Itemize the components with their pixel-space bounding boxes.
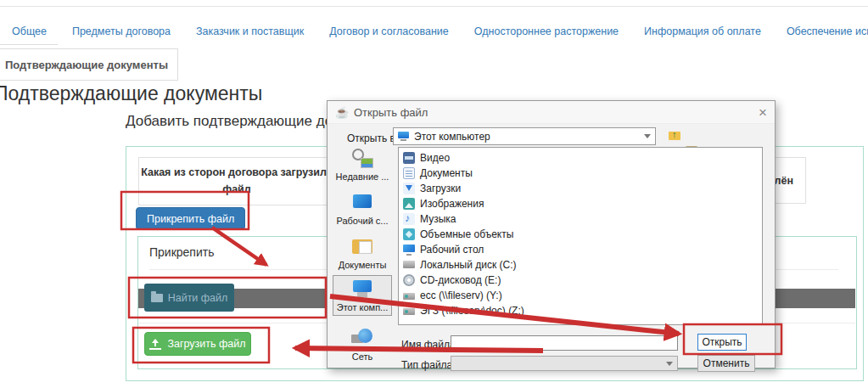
attach-file-button[interactable]: Прикрепить файл (136, 207, 245, 230)
document-icon (403, 167, 415, 179)
table-header-uploader-party: Какая из сторон договора загрузила файл (138, 157, 335, 205)
sidebar-label: Недавние ... (336, 172, 389, 182)
list-item-label: Локальный диск (C:) (420, 259, 517, 271)
list-item-label: Документы (420, 167, 473, 179)
list-item-label: Объемные объекты (420, 228, 513, 240)
file-name-label: Имя файла: (401, 339, 458, 351)
list-item-videos[interactable]: Видео (399, 150, 762, 166)
music-icon (403, 213, 415, 225)
upload-file-button[interactable]: Загрузить файл (144, 332, 251, 356)
folder-icon (151, 294, 163, 302)
list-item-downloads[interactable]: Загрузки (399, 181, 762, 196)
page-title: Подтверждающие документы (0, 82, 262, 105)
tab-general[interactable]: Общее (12, 25, 47, 37)
recent-icon (351, 148, 373, 168)
this-pc-icon (351, 278, 373, 299)
downloads-icon (403, 183, 415, 194)
list-item-label: Загрузки (420, 183, 461, 194)
sidebar-label: Сеть (352, 351, 372, 362)
list-item-label: ecc (\\fileserv) (Y:) (420, 290, 502, 301)
network-icon (351, 328, 373, 348)
upload-icon (149, 339, 161, 350)
list-item-label: Рабочий стол (420, 244, 484, 256)
list-item-cd-drive-e[interactable]: CD-дисковод (E:) (399, 273, 762, 288)
cancel-button[interactable]: Отменить (697, 355, 755, 372)
cd-drive-icon (403, 274, 415, 286)
list-item-label: Видео (420, 152, 450, 164)
list-item-pictures[interactable]: Изображения (399, 196, 762, 211)
tab-payment-info[interactable]: Информация об оплате (644, 25, 761, 37)
tab-bar: Общее Предметы договора Заказчик и поста… (12, 25, 868, 37)
network-drive-icon (403, 290, 415, 301)
look-in-label: Открыть в: (347, 132, 398, 144)
sidebar-item-this-pc[interactable]: Этот комп... (333, 275, 392, 316)
list-item-local-disk-c[interactable]: Локальный диск (C:) (399, 257, 762, 273)
network-drive-icon (403, 305, 415, 317)
tab-contract-approval[interactable]: Договор и согласование (329, 25, 449, 37)
look-in-combobox[interactable]: Этот компьютер (393, 127, 656, 145)
tab-customer-supplier[interactable]: Заказчик и поставщик (196, 25, 304, 37)
sidebar-label: Рабочий с... (336, 216, 388, 226)
look-in-value: Этот компьютер (414, 131, 490, 143)
chevron-down-icon (644, 134, 651, 138)
file-name-input[interactable] (451, 335, 678, 351)
list-item-label: CD-дисковод (E:) (420, 274, 501, 286)
sidebar-item-desktop[interactable]: Рабочий с... (333, 189, 392, 228)
sidebar-label: Этот комп... (337, 302, 389, 312)
chevron-down-icon (666, 362, 673, 366)
dialog-titlebar[interactable]: ☕ Открыть файл × (328, 101, 775, 124)
list-item-network-drive-z[interactable]: ЭГЗ (\\fileserv\doc) (Z:) (399, 303, 762, 318)
list-item-desktop[interactable]: Рабочий стол (399, 242, 762, 257)
list-item-label: ЭГЗ (\\fileserv\doc) (Z:) (420, 305, 524, 317)
tab-divider (0, 44, 58, 45)
sidebar-item-documents[interactable]: Документы (333, 233, 392, 273)
java-icon: ☕ (335, 106, 348, 119)
section-subtitle: Добавить подтверждающие до (126, 113, 333, 130)
sidebar-label: Документы (339, 260, 387, 270)
attach-caption: Прикрепить (149, 245, 214, 259)
desktop-icon (351, 192, 373, 212)
pictures-icon (403, 198, 415, 210)
list-item-label: Музыка (420, 213, 456, 225)
this-pc-icon (398, 132, 409, 141)
video-icon (403, 152, 415, 164)
tab-enforcement[interactable]: Обеспечение испол (787, 25, 868, 37)
local-disk-icon (403, 259, 415, 271)
file-list: Видео Документы Загрузки Изображения Муз… (398, 147, 763, 325)
file-type-combobox[interactable] (451, 356, 678, 371)
list-item-label: Изображения (420, 198, 484, 210)
file-type-label: Тип файла: (401, 359, 456, 371)
open-file-dialog: ☕ Открыть файл × Открыть в: Этот компьют… (327, 100, 776, 368)
desktop-icon (403, 244, 415, 256)
list-item-3d-objects[interactable]: Объемные объекты (399, 227, 762, 242)
tab-supporting-documents-active[interactable]: Подтверждающие документы (0, 48, 178, 81)
dialog-title: Открыть файл (354, 106, 428, 119)
find-file-label: Найти файл (168, 292, 228, 304)
find-file-button[interactable]: Найти файл (144, 284, 234, 312)
3d-objects-icon (403, 228, 415, 240)
sidebar-item-recent[interactable]: Недавние ... (333, 145, 392, 184)
list-item-music[interactable]: Музыка (399, 211, 762, 227)
close-icon[interactable]: × (759, 105, 767, 120)
app-window: Общее Предметы договора Заказчик и поста… (0, 0, 868, 388)
top-divider (0, 6, 868, 7)
list-item-network-drive-y[interactable]: ecc (\\fileserv) (Y:) (399, 288, 762, 303)
documents-folder-icon (351, 236, 373, 256)
list-item-documents[interactable]: Документы (399, 166, 762, 181)
tab-contract-subjects[interactable]: Предметы договора (72, 25, 171, 37)
upload-file-label: Загрузить файл (167, 338, 245, 350)
sidebar-item-network[interactable]: Сеть (333, 325, 392, 364)
tab-unilateral-termination[interactable]: Одностороннее расторжение (474, 25, 619, 37)
open-button[interactable]: Открыть (697, 334, 747, 351)
up-one-level-icon[interactable] (668, 128, 682, 143)
